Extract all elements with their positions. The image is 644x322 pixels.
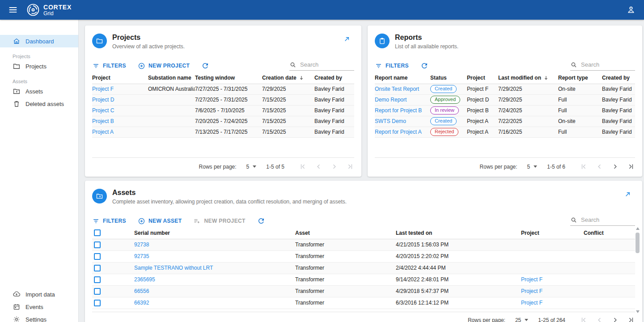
project-link[interactable]: Project A	[92, 129, 114, 135]
account-button[interactable]	[626, 5, 636, 15]
last-tested-cell: 6/3/2016 12:14:12 PM	[396, 297, 521, 309]
sidebar: Dashboard Projects Projects Assets Asset…	[0, 20, 79, 322]
column-header-project[interactable]: Project	[521, 227, 584, 239]
row-checkbox[interactable]	[94, 300, 101, 306]
scrollbar[interactable]	[636, 227, 640, 313]
last-modified-cell: 7/29/2025	[498, 94, 558, 105]
next-page-button[interactable]	[611, 316, 619, 322]
serial-number-link[interactable]: 92735	[134, 253, 149, 259]
column-header-serial-number[interactable]: Serial number	[134, 227, 295, 239]
menu-icon[interactable]	[8, 5, 18, 15]
new-project-button-disabled: NEW PROJECT	[193, 217, 245, 225]
column-header-report-type[interactable]: Report type	[558, 72, 602, 84]
row-checkbox[interactable]	[94, 242, 101, 248]
scroll-down-icon[interactable]	[636, 310, 640, 313]
report-link[interactable]: SWTS Demo	[375, 118, 406, 124]
sidebar-item-assets[interactable]: Assets	[0, 85, 78, 97]
sidebar-item-label: Events	[25, 304, 43, 310]
serial-number-cell: 92735	[134, 250, 295, 262]
column-header-testing-window[interactable]: Testing window	[195, 72, 262, 84]
serial-number-link[interactable]: 2365695	[134, 276, 155, 283]
rows-per-page-select[interactable]: 5	[246, 164, 257, 170]
projects-card-icon	[92, 34, 107, 48]
project-link[interactable]: Project F	[92, 86, 114, 92]
project-cell: Project B	[467, 105, 498, 116]
project-link[interactable]: Project F	[521, 300, 542, 306]
column-header-created-by[interactable]: Created by	[314, 72, 354, 84]
search-input[interactable]	[581, 61, 635, 68]
scrollbar-thumb[interactable]	[636, 233, 640, 253]
column-header-project[interactable]: Project	[467, 72, 498, 84]
row-checkbox[interactable]	[94, 265, 101, 271]
sidebar-item-import-data[interactable]: Import data	[0, 288, 78, 301]
table-row: Report for Project BIn reviewProject B7/…	[375, 105, 635, 116]
filters-button[interactable]: FILTERS	[92, 217, 126, 225]
report-link[interactable]: Demo Report	[375, 97, 407, 103]
rows-per-page-select[interactable]: 5	[527, 164, 538, 170]
report-link[interactable]: Report for Project A	[375, 129, 422, 135]
column-header-status[interactable]: Status	[430, 72, 467, 84]
column-header-last-modified[interactable]: Last modified on	[498, 72, 558, 84]
sidebar-item-label: Deleted assets	[25, 101, 64, 107]
playlist-add-icon	[193, 217, 201, 225]
status-badge: In review	[430, 106, 459, 114]
project-link[interactable]: Project C	[92, 107, 114, 114]
column-header-created-by[interactable]: Created by	[602, 72, 635, 84]
open-assets-arrow-icon[interactable]	[624, 191, 631, 200]
column-header-last-tested[interactable]: Last tested on	[396, 227, 521, 239]
row-checkbox[interactable]	[94, 288, 101, 295]
filters-button[interactable]: FILTERS	[92, 62, 126, 70]
project-link[interactable]: Project D	[92, 97, 114, 103]
last-page-button[interactable]	[627, 162, 635, 171]
search-input[interactable]	[581, 216, 635, 223]
row-checkbox[interactable]	[94, 276, 101, 283]
open-projects-arrow-icon[interactable]	[343, 35, 351, 45]
filters-button[interactable]: FILTERS	[375, 62, 409, 70]
assets-card: Assets Complete asset inventory, allowin…	[85, 181, 642, 322]
refresh-icon[interactable]	[201, 62, 209, 70]
column-header-asset[interactable]: Asset	[295, 227, 396, 239]
project-link[interactable]: Project F	[521, 276, 542, 283]
project-cell: Project A	[92, 127, 148, 137]
last-page-button[interactable]	[627, 316, 635, 322]
rows-per-page-select[interactable]: 25	[515, 317, 528, 322]
column-header-creation-date[interactable]: Creation date	[262, 72, 314, 84]
substation-cell: OMICRON Australia	[148, 84, 195, 94]
project-link[interactable]: Project F	[521, 288, 542, 294]
serial-number-link[interactable]: 66556	[134, 288, 149, 294]
search-input[interactable]	[300, 61, 354, 68]
sidebar-item-events[interactable]: Events	[0, 301, 78, 313]
sidebar-item-dashboard[interactable]: Dashboard	[0, 35, 78, 47]
chevron-down-icon	[525, 319, 528, 321]
column-header-project[interactable]: Project	[92, 72, 148, 84]
select-all-checkbox[interactable]	[94, 229, 101, 236]
report-type-cell: Full	[558, 105, 602, 116]
card-title: Projects	[112, 34, 185, 42]
row-checkbox[interactable]	[94, 253, 101, 260]
search-icon	[289, 61, 297, 68]
asset-cell: Transformer	[295, 297, 396, 309]
sidebar-item-settings[interactable]: Settings	[0, 313, 78, 322]
new-project-button[interactable]: NEW PROJECT	[138, 62, 190, 70]
column-header-substation[interactable]: Substation name	[148, 72, 195, 84]
logo-swirl-icon	[26, 3, 40, 17]
serial-number-link[interactable]: 66392	[134, 300, 149, 306]
first-page-button	[580, 316, 588, 322]
sidebar-item-deleted-assets[interactable]: Deleted assets	[0, 97, 78, 110]
next-page-button[interactable]	[611, 162, 619, 171]
serial-number-link[interactable]: 92738	[134, 242, 149, 248]
filter-icon	[375, 62, 382, 70]
creation-date-cell: 7/15/2025	[262, 94, 314, 105]
scroll-up-icon[interactable]	[636, 227, 640, 230]
report-link[interactable]: Onsite Test Report	[375, 86, 419, 92]
new-asset-button[interactable]: NEW ASSET	[138, 217, 182, 225]
refresh-icon[interactable]	[257, 217, 265, 225]
project-link[interactable]: Project B	[92, 118, 114, 124]
report-link[interactable]: Report for Project B	[375, 107, 422, 114]
serial-number-link[interactable]: Sample TESTRANO without LRT	[134, 265, 213, 271]
column-header-report-name[interactable]: Report name	[375, 72, 430, 84]
sidebar-item-projects[interactable]: Projects	[0, 60, 78, 72]
column-header-conflict[interactable]: Conflict	[584, 227, 635, 239]
created-by-cell: Bavley Farid	[602, 94, 635, 105]
refresh-icon[interactable]	[420, 62, 428, 70]
